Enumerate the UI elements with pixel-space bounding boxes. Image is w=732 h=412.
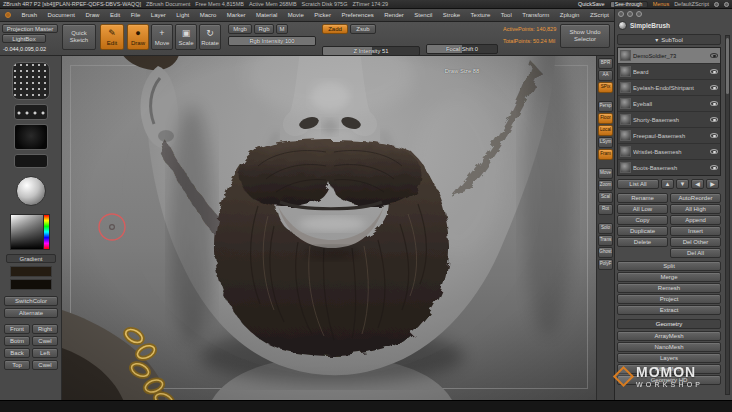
- rgb-button[interactable]: Rgb: [254, 24, 274, 34]
- alpha-thumbnail[interactable]: [14, 124, 48, 150]
- sculpt-canvas[interactable]: [62, 56, 596, 400]
- menu-marker[interactable]: Marker: [227, 12, 246, 18]
- delete-button[interactable]: Delete: [617, 237, 668, 247]
- subtool-section-header[interactable]: ▾ SubTool: [617, 34, 721, 45]
- visibility-eye-icon[interactable]: [710, 53, 718, 58]
- visibility-eye-icon[interactable]: [710, 69, 718, 74]
- view-right-button[interactable]: Right: [32, 324, 58, 334]
- merge-section[interactable]: Merge: [617, 272, 721, 282]
- secondary-color-swatch[interactable]: [10, 279, 52, 290]
- remesh-section[interactable]: Remesh: [617, 283, 721, 293]
- panel-icon[interactable]: [636, 11, 642, 17]
- color-sv-square[interactable]: [10, 214, 44, 250]
- subtool-row[interactable]: Eyelash-EndofShirtpant: [618, 80, 720, 96]
- insert-button[interactable]: Insert: [670, 226, 721, 236]
- menu-file[interactable]: File: [131, 12, 141, 18]
- m-button[interactable]: M: [276, 24, 288, 34]
- move-mode-button[interactable]: + Move: [151, 24, 173, 50]
- window-icon[interactable]: [724, 2, 729, 7]
- material-thumbnail[interactable]: [16, 176, 46, 206]
- menu-stroke[interactable]: Stroke: [443, 12, 460, 18]
- nanomesh-section[interactable]: NanoMesh: [617, 342, 721, 352]
- subtool-row[interactable]: Beard: [618, 64, 720, 80]
- polyframe-button[interactable]: PolyF: [598, 259, 613, 270]
- subtool-row[interactable]: Wristlet-Basemesh: [618, 144, 720, 160]
- local-button[interactable]: Local: [598, 125, 613, 136]
- texture-thumbnail[interactable]: [14, 154, 48, 168]
- persp-button[interactable]: Persp: [598, 101, 613, 112]
- show-undo-selector-button[interactable]: Show Undo Selector: [560, 24, 610, 48]
- menu-light[interactable]: Light: [176, 12, 189, 18]
- zbrush-logo-icon[interactable]: [5, 12, 11, 18]
- menu-preferences[interactable]: Preferences: [341, 12, 373, 18]
- copy-button[interactable]: Copy: [617, 215, 668, 225]
- zoom-3d-button[interactable]: Zoom: [598, 180, 613, 191]
- view-back-button[interactable]: Back: [4, 348, 30, 358]
- move-3d-button[interactable]: Move: [598, 168, 613, 179]
- solo-button[interactable]: Solo: [598, 223, 613, 234]
- stroke-thumbnail[interactable]: [14, 104, 48, 120]
- extract-section[interactable]: Extract: [617, 305, 721, 315]
- menu-movie[interactable]: Movie: [288, 12, 304, 18]
- current-tool-header[interactable]: SimpleBrush: [618, 21, 670, 30]
- menu-picker[interactable]: Picker: [314, 12, 331, 18]
- arraymesh-section[interactable]: ArrayMesh: [617, 331, 721, 341]
- menu-material[interactable]: Material: [256, 12, 277, 18]
- quicksave-button[interactable]: QuickSave: [578, 1, 605, 7]
- subtool-up-button[interactable]: ▲: [661, 179, 674, 189]
- menu-zplugin[interactable]: Zplugin: [560, 12, 580, 18]
- rgb-intensity-slider[interactable]: Rgb Intensity 100: [228, 36, 316, 46]
- visibility-eye-icon[interactable]: [710, 133, 718, 138]
- view-cwel-button[interactable]: Cwel: [32, 336, 58, 346]
- panel-icon[interactable]: [627, 11, 633, 17]
- menu-tool[interactable]: Tool: [501, 12, 512, 18]
- ghost-button[interactable]: Ghost: [598, 247, 613, 258]
- project-section[interactable]: Project: [617, 294, 721, 304]
- all-low-button[interactable]: All Low: [617, 204, 668, 214]
- del-other-button[interactable]: Del Other: [670, 237, 721, 247]
- subtool-left-button[interactable]: ◀: [691, 179, 704, 189]
- lsym-button[interactable]: LSym: [598, 137, 613, 148]
- panel-icon[interactable]: [618, 11, 624, 17]
- scale-mode-button[interactable]: ▣ Scale: [175, 24, 197, 50]
- subtool-down-button[interactable]: ▼: [676, 179, 689, 189]
- menu-stencil[interactable]: Stencil: [414, 12, 432, 18]
- see-through-slider[interactable]: See-through: [610, 1, 648, 8]
- view-bottom-button[interactable]: Botm: [4, 336, 30, 346]
- visibility-eye-icon[interactable]: [710, 149, 718, 154]
- current-brush-thumbnail[interactable]: [12, 62, 50, 100]
- fibermesh-section[interactable]: FiberMesh: [617, 364, 721, 374]
- menu-zscript[interactable]: ZScript: [590, 12, 609, 18]
- tray-scrollbar[interactable]: [725, 35, 730, 395]
- view-top-button[interactable]: Top: [4, 360, 30, 370]
- menu-render[interactable]: Render: [384, 12, 404, 18]
- zadd-button[interactable]: Zadd: [322, 24, 348, 34]
- view-cwel2-button[interactable]: Cwel: [32, 360, 58, 370]
- menus-toggle[interactable]: Menus: [653, 1, 670, 7]
- bpr-button[interactable]: BPR: [598, 58, 613, 69]
- draw-size-slider[interactable]: Draw Size 88: [426, 66, 498, 76]
- default-zscript-button[interactable]: DefaultZScript: [674, 1, 709, 7]
- split-section[interactable]: Split: [617, 261, 721, 271]
- aa-button[interactable]: AA: [598, 70, 613, 81]
- menu-brush[interactable]: Brush: [21, 12, 37, 18]
- zsub-button[interactable]: Zsub: [350, 24, 376, 34]
- window-icon[interactable]: [714, 2, 719, 7]
- spix-button[interactable]: SPix: [598, 82, 613, 93]
- main-color-swatch[interactable]: [10, 266, 52, 277]
- layers-section[interactable]: Layers: [617, 353, 721, 363]
- subtool-row[interactable]: DemoSoldier_73: [618, 48, 720, 64]
- view-left-button[interactable]: Left: [32, 348, 58, 358]
- rotate-3d-button[interactable]: Rot: [598, 204, 613, 215]
- visibility-eye-icon[interactable]: [710, 85, 718, 90]
- mrgb-button[interactable]: Mrgb: [228, 24, 252, 34]
- menu-texture[interactable]: Texture: [471, 12, 491, 18]
- geometry-section-header[interactable]: Geometry: [617, 319, 721, 329]
- menu-transform[interactable]: Transform: [522, 12, 549, 18]
- menu-macro[interactable]: Macro: [200, 12, 217, 18]
- visibility-eye-icon[interactable]: [710, 117, 718, 122]
- rename-button[interactable]: Rename: [617, 193, 668, 203]
- tray-scrollbar-thumb[interactable]: [726, 38, 729, 94]
- quick-sketch-button[interactable]: Quick Sketch: [62, 24, 96, 50]
- subtool-row[interactable]: Boots-Basemesh: [618, 160, 720, 176]
